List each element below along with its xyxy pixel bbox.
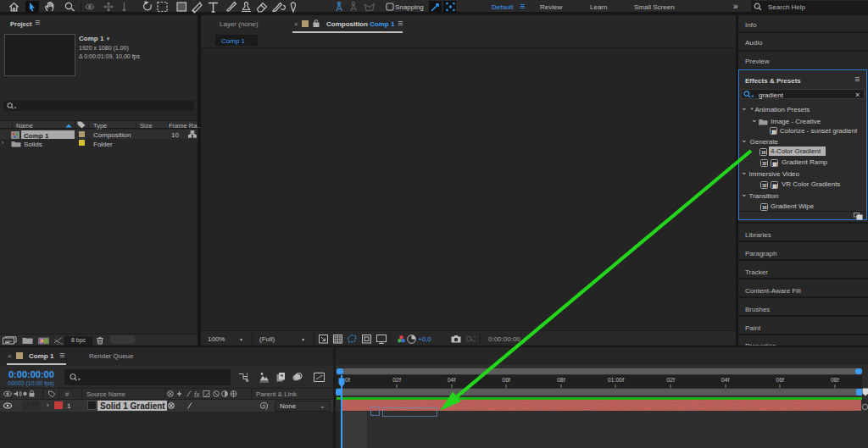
svg-text:fx: fx	[194, 390, 200, 399]
